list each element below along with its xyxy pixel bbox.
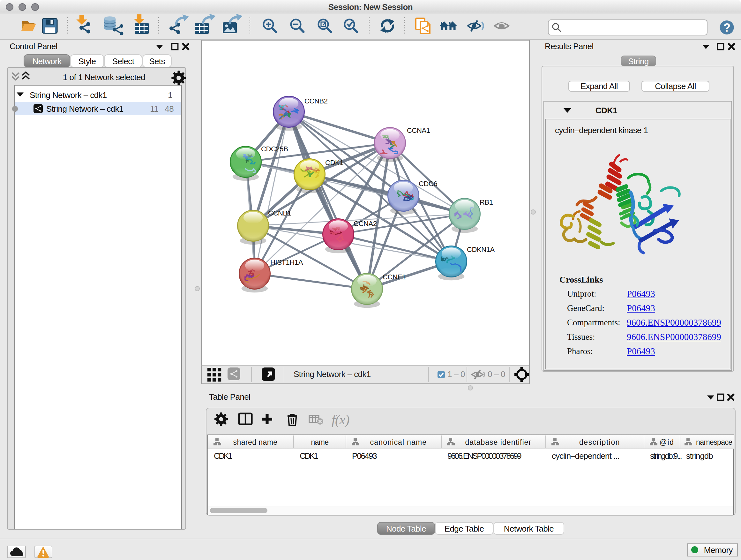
svg-text:RB1: RB1 (480, 198, 493, 206)
svg-text:namespace: namespace (696, 438, 732, 446)
svg-text:9606.ENSP00000378699: 9606.ENSP00000378699 (448, 451, 522, 461)
svg-text:1 – 0: 1 – 0 (448, 369, 465, 379)
svg-text:@id: @id (660, 438, 674, 446)
svg-text:name: name (311, 438, 328, 446)
svg-text:String Network – cdk1: String Network – cdk1 (293, 369, 371, 379)
svg-text:description: description (579, 438, 619, 446)
svg-text:stringdb:9...: stringdb:9... (650, 451, 682, 461)
svg-text:stringdb: stringdb (686, 451, 713, 461)
svg-text:CCNA1: CCNA1 (407, 126, 430, 134)
svg-text:canonical name: canonical name (370, 438, 426, 446)
svg-text:0 – 0: 0 – 0 (488, 369, 505, 379)
svg-text:CCNA2: CCNA2 (354, 220, 377, 228)
svg-text:f(x): f(x) (332, 413, 349, 428)
svg-text:CDK1: CDK1 (214, 451, 232, 461)
svg-text:CCNB1: CCNB1 (268, 209, 291, 217)
svg-text:database identifier: database identifier (465, 438, 531, 446)
svg-text:cyclin–dependent ...: cyclin–dependent ... (552, 451, 619, 461)
svg-text:CDK1: CDK1 (325, 159, 343, 167)
svg-text:HIST1H1A: HIST1H1A (270, 258, 303, 266)
svg-text:?: ? (724, 21, 730, 34)
svg-text:CCNB2: CCNB2 (305, 97, 328, 105)
svg-text:CDC6: CDC6 (419, 180, 437, 188)
svg-text:CDK1: CDK1 (300, 451, 318, 461)
svg-text:CCNE1: CCNE1 (383, 273, 406, 281)
svg-text:CDKN1A: CDKN1A (467, 246, 495, 253)
svg-text:CDC25B: CDC25B (261, 145, 288, 153)
svg-text:shared name: shared name (233, 438, 277, 446)
svg-text:P06493: P06493 (352, 451, 377, 461)
